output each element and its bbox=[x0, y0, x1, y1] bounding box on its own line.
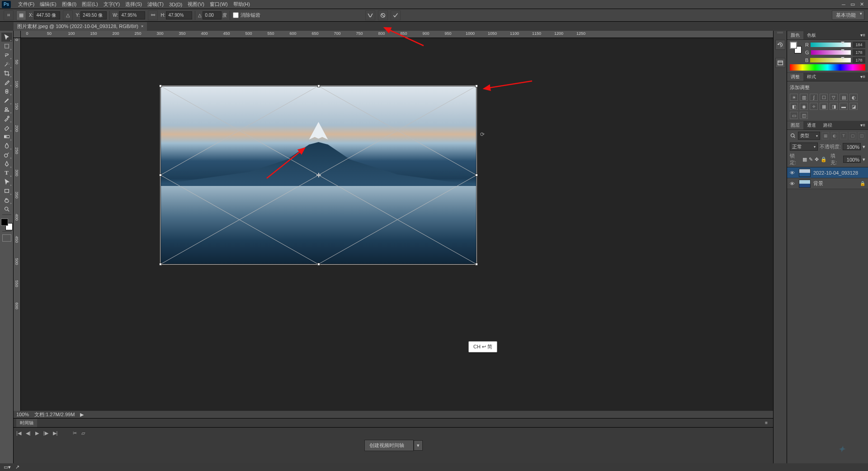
adj-levels-icon[interactable]: ▥ bbox=[800, 94, 808, 101]
tool-brush[interactable]: ▸ bbox=[1, 96, 12, 105]
angle-input[interactable] bbox=[203, 11, 222, 19]
fill-value[interactable]: 100% bbox=[843, 156, 861, 163]
transform-handle-mr[interactable] bbox=[475, 174, 478, 176]
tl-first-frame-icon[interactable]: |◀ bbox=[16, 430, 21, 436]
timeline-panel-menu[interactable]: ≡ bbox=[762, 420, 770, 425]
document-tab[interactable]: 图片素材.jpeg @ 100% (2022-10-04_093128, RGB… bbox=[14, 22, 147, 31]
menu-select[interactable]: 选择(S) bbox=[123, 0, 145, 9]
color-spectrum[interactable] bbox=[790, 64, 865, 71]
menu-layer[interactable]: 图层(L) bbox=[79, 0, 100, 9]
transform-handle-tl[interactable] bbox=[159, 85, 162, 87]
adj-gradmap-icon[interactable]: ▭ bbox=[790, 112, 798, 119]
warp-icon[interactable] bbox=[365, 10, 375, 20]
blend-mode-select[interactable]: 正常 bbox=[790, 143, 818, 151]
close-tab-icon[interactable]: × bbox=[141, 24, 143, 29]
layer-name[interactable]: 2022-10-04_093128 bbox=[813, 170, 858, 176]
lock-pixels-icon[interactable]: ✎ bbox=[809, 157, 813, 162]
layer-thumbnail[interactable] bbox=[799, 169, 811, 177]
menu-type[interactable]: 文字(Y) bbox=[101, 0, 123, 9]
transform-handle-ml[interactable] bbox=[159, 174, 162, 176]
layer-item[interactable]: 👁 2022-10-04_093128 bbox=[787, 167, 868, 178]
tab-styles[interactable]: 样式 bbox=[803, 73, 820, 81]
x-input[interactable] bbox=[34, 11, 60, 19]
opacity-value[interactable]: 100% bbox=[843, 143, 861, 150]
transform-handle-bm[interactable] bbox=[317, 263, 320, 266]
tab-adjustments[interactable]: 调整 bbox=[787, 73, 803, 81]
menu-view[interactable]: 视图(V) bbox=[185, 0, 207, 9]
footer-share-icon[interactable]: ↗ bbox=[15, 464, 19, 470]
w-input[interactable] bbox=[119, 11, 145, 19]
tab-channels[interactable]: 通道 bbox=[803, 121, 820, 129]
tool-type[interactable]: T▸ bbox=[1, 168, 12, 177]
tool-pen[interactable]: ▸ bbox=[1, 159, 12, 168]
tool-marquee[interactable]: ▸ bbox=[1, 42, 12, 51]
status-more-icon[interactable]: ▶ bbox=[80, 412, 84, 418]
r-value[interactable]: 184 bbox=[853, 42, 865, 48]
adj-invert-icon[interactable]: ◨ bbox=[830, 103, 838, 110]
adj-selcol-icon[interactable]: ◫ bbox=[800, 112, 808, 119]
tool-blur[interactable]: ▸ bbox=[1, 141, 12, 150]
adj-photo-filter-icon[interactable]: ◉ bbox=[800, 103, 808, 110]
create-timeline-dropdown[interactable]: ▾ bbox=[414, 440, 423, 451]
filter-type-icon[interactable]: T bbox=[840, 132, 847, 139]
tool-eyedropper[interactable]: ▸ bbox=[1, 78, 12, 87]
tool-history-brush[interactable]: ▸ bbox=[1, 114, 12, 123]
commit-transform-icon[interactable] bbox=[391, 10, 401, 20]
adjust-panel-menu[interactable]: ▾≡ bbox=[858, 74, 868, 79]
menu-edit[interactable]: 编辑(E) bbox=[37, 0, 59, 9]
h-input[interactable] bbox=[166, 11, 192, 19]
adj-colbal-icon[interactable]: ◐ bbox=[849, 94, 858, 101]
tab-paths[interactable]: 路径 bbox=[820, 121, 836, 129]
tl-prev-frame-icon[interactable]: ◀| bbox=[26, 430, 31, 436]
warp-mode-icon[interactable]: ⌗ bbox=[4, 10, 14, 20]
tool-rect[interactable]: ▸ bbox=[1, 186, 12, 195]
layer-item[interactable]: 👁 背景 🔒 bbox=[787, 178, 868, 189]
menu-image[interactable]: 图像(I) bbox=[59, 0, 79, 9]
adj-bw-icon[interactable]: ◧ bbox=[790, 103, 798, 110]
adj-curves-icon[interactable]: ∫ bbox=[810, 94, 818, 101]
maximize-button[interactable]: ▭ bbox=[848, 1, 857, 8]
tool-hand[interactable]: ▸ bbox=[1, 195, 12, 205]
history-panel-icon[interactable] bbox=[775, 40, 785, 50]
tool-magic-wand[interactable]: ▸ bbox=[1, 60, 12, 69]
properties-panel-icon[interactable] bbox=[775, 58, 785, 68]
adj-exposure-icon[interactable]: ☐ bbox=[820, 94, 828, 101]
link-wh-icon[interactable]: ⚯ bbox=[148, 10, 158, 20]
layer-kind-select[interactable]: 类型 bbox=[798, 132, 820, 140]
fg-bg-colors[interactable] bbox=[1, 219, 13, 230]
tool-dodge[interactable]: ▸ bbox=[1, 150, 12, 159]
layer-name[interactable]: 背景 bbox=[813, 180, 823, 187]
tool-zoom[interactable] bbox=[1, 205, 12, 214]
tool-eraser[interactable]: ▸ bbox=[1, 123, 12, 132]
menu-file[interactable]: 文件(F) bbox=[15, 0, 37, 9]
g-slider[interactable] bbox=[811, 50, 851, 55]
footer-menu-icon[interactable]: ▭▾ bbox=[4, 464, 11, 470]
y-input[interactable] bbox=[80, 11, 107, 19]
menu-3d[interactable]: 3D(D) bbox=[166, 1, 185, 8]
adj-poster-icon[interactable]: ▬ bbox=[840, 103, 848, 110]
swap-xy-icon[interactable]: △ bbox=[63, 10, 73, 20]
tl-next-frame-icon[interactable]: |▶ bbox=[43, 430, 48, 436]
tab-swatches[interactable]: 色板 bbox=[803, 31, 820, 39]
adj-lookup-icon[interactable]: ▦ bbox=[820, 103, 828, 110]
tool-crop[interactable]: ▸ bbox=[1, 69, 12, 78]
adj-hsl-icon[interactable]: ▤ bbox=[840, 94, 848, 101]
filter-smart-icon[interactable]: ◫ bbox=[858, 132, 865, 139]
ruler-horizontal[interactable]: 0501001502002503003504004505005506006507… bbox=[21, 31, 773, 38]
quick-mask-toggle[interactable] bbox=[2, 234, 11, 242]
visibility-toggle-icon[interactable]: 👁 bbox=[790, 181, 796, 186]
tool-clone[interactable]: ▸ bbox=[1, 105, 12, 114]
transform-handle-tm[interactable] bbox=[317, 85, 320, 87]
timeline-tab[interactable]: 时间轴 bbox=[16, 419, 37, 427]
ruler-vertical[interactable]: 050100150200250300350400450500550600 bbox=[14, 38, 21, 411]
lock-all-icon[interactable]: 🔒 bbox=[821, 157, 827, 162]
lock-transparent-icon[interactable]: ▩ bbox=[802, 157, 807, 162]
tab-color[interactable]: 颜色 bbox=[787, 31, 803, 39]
tool-gradient[interactable]: ▸ bbox=[1, 132, 12, 141]
layer-filter-icon[interactable] bbox=[790, 133, 796, 139]
minimize-button[interactable]: ─ bbox=[839, 1, 848, 8]
tl-last-frame-icon[interactable]: ▶| bbox=[53, 430, 58, 436]
b-slider[interactable] bbox=[810, 58, 851, 62]
filter-adjust-icon[interactable]: ◐ bbox=[831, 132, 838, 139]
g-value[interactable]: 178 bbox=[853, 49, 865, 56]
